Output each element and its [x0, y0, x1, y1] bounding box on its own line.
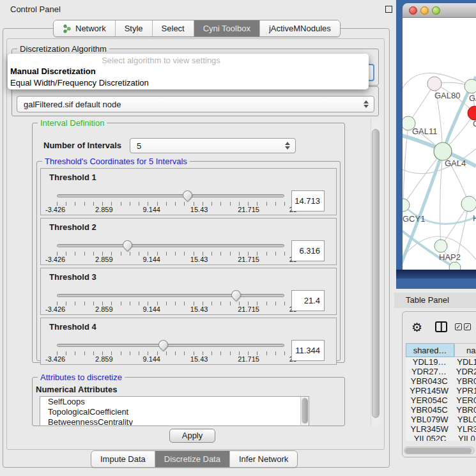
tab-discretize-data[interactable]: Discretize Data [155, 451, 229, 467]
num-intervals-combobox[interactable]: 5 [130, 138, 296, 153]
slider-handle[interactable] [181, 188, 194, 202]
list-item[interactable]: BetweennessCentrality [40, 417, 309, 426]
table-data-value: galFiltered.sif default node [24, 100, 121, 109]
threshold-4-slider[interactable] [57, 344, 284, 347]
list-item[interactable]: TopologicalCoefficient [40, 407, 309, 417]
node-label-partial: H [473, 213, 476, 223]
tab-impute-data[interactable]: Impute Data [91, 451, 155, 467]
node-bottom-partial[interactable] [449, 262, 461, 270]
column-header-name[interactable]: na [454, 343, 476, 357]
threshold-3-value-field[interactable]: 21.4 [291, 290, 325, 311]
node-hap2[interactable] [434, 240, 447, 252]
combo-arrows-icon [285, 142, 290, 150]
threshold-2-slider[interactable] [57, 244, 284, 247]
slider-tick-labels: -3.4262.8599.14415.4321.71528 [45, 355, 297, 363]
node-gal4[interactable] [434, 142, 452, 160]
threshold-2-label: Threshold 2 [49, 222, 96, 232]
slider-handle[interactable] [121, 238, 134, 252]
minimize-traffic-light-icon[interactable] [420, 6, 429, 15]
table-data-combobox[interactable]: galFiltered.sif default node [17, 96, 374, 112]
close-traffic-light-icon[interactable] [409, 6, 417, 15]
dropdown-option-equal-width[interactable]: Equal Width/Frequency Discretization [8, 77, 369, 89]
apply-button[interactable]: Apply [169, 429, 215, 443]
dropdown-placeholder-item[interactable]: Select algorithm to view settings [8, 55, 314, 66]
node-selected-red[interactable] [468, 106, 476, 120]
table-row[interactable]: YDR27…YDR2 [406, 367, 476, 376]
network-window-titlebar[interactable] [403, 3, 476, 18]
threshold-1-panel: Threshold 1 -3.4262.8599.14415.4321.7152… [40, 168, 337, 215]
table-hscrollbar-thumb[interactable] [405, 448, 472, 454]
network-window-shadow [396, 270, 476, 279]
tab-cyni-toolbox[interactable]: Cyni Toolbox [194, 20, 259, 36]
algorithm-dropdown-popup: Select algorithm to view settings Manual… [8, 54, 369, 89]
dropdown-option-manual[interactable]: Manual Discretization [8, 66, 369, 77]
numerical-attributes-list[interactable]: SelfLoops TopologicalCoefficient Between… [40, 396, 309, 426]
network-canvas[interactable]: GAL80 GA C GAL11 GAL4 GCY1 H HAP2 [403, 18, 476, 270]
slider-handle[interactable] [229, 288, 243, 302]
panel-scrollbar-thumb[interactable] [372, 129, 380, 418]
table-row[interactable]: YBR045CYBR0 [406, 405, 476, 415]
num-intervals-label: Number of Intervals [43, 141, 121, 150]
threshold-4-value-field[interactable]: 11.344 [291, 340, 325, 361]
network-icon [63, 24, 72, 33]
tab-style[interactable]: Style [115, 20, 152, 36]
network-view-window[interactable]: GAL80 GA C GAL11 GAL4 GCY1 H HAP2 [403, 3, 476, 270]
node-label-gal11: GAL11 [412, 127, 438, 136]
column-checkbox-icons[interactable]: ✓ ✓ [455, 323, 471, 330]
threshold-2-panel: Threshold 2 -3.4262.8599.14415.4321.7152… [40, 218, 337, 265]
num-intervals-value: 5 [137, 141, 141, 151]
interval-definition-label: Interval Definition [38, 118, 107, 128]
float-window-icon[interactable] [385, 6, 392, 13]
list-item[interactable]: SelfLoops [40, 397, 309, 407]
slider-handle[interactable] [157, 338, 170, 351]
network-graph: GAL80 GA C GAL11 GAL4 GCY1 H HAP2 [403, 18, 476, 270]
node-label-gcy1: GCY1 [403, 214, 425, 224]
table-row[interactable]: YDL19…YDL1 [406, 357, 476, 367]
table-row[interactable]: YBR043CYBR0 [406, 376, 476, 386]
threshold-3-label: Threshold 3 [49, 272, 96, 282]
tab-network[interactable]: Network [54, 20, 115, 36]
tab-jactivemnodules[interactable]: jActiveMNodules [259, 20, 340, 36]
checkbox-checked-icon[interactable]: ✓ [455, 323, 462, 330]
algorithm-group-label: Discretization Algorithm [17, 44, 109, 54]
attributes-group-label: Attributes to discretize [38, 372, 125, 382]
gear-icon[interactable]: ⚙ [411, 320, 422, 335]
table-row[interactable]: YLR345WYLR3 [406, 424, 476, 434]
node-gal80[interactable] [427, 77, 441, 91]
threshold-3-slider[interactable] [57, 294, 284, 297]
node-partial-top-right[interactable] [464, 79, 476, 93]
threshold-4-label: Threshold 4 [49, 322, 96, 332]
threshold-1-slider[interactable] [57, 194, 284, 197]
zoom-traffic-light-icon[interactable] [432, 6, 440, 15]
threshold-3-panel: Threshold 3 -3.4262.8599.14415.4321.7152… [40, 268, 337, 315]
threshold-coords-label: Threshold's Coordinates for 5 Intervals [42, 157, 190, 166]
node-partial-right[interactable] [461, 196, 476, 211]
cyni-bottom-tabbar: Impute Data Discretize Data Infer Networ… [91, 450, 298, 468]
table-row[interactable]: YBL079WYBL0 [406, 415, 476, 424]
slider-tick-labels: -3.4262.8599.14415.4321.71528 [45, 206, 297, 213]
table-row[interactable]: YPR145WYPR1 [406, 386, 476, 395]
table-row[interactable]: YIL052CYIL0 [406, 434, 476, 441]
numerical-attributes-label: Numerical Attributes [36, 385, 117, 394]
table-row[interactable]: YER054CYER0 [406, 395, 476, 405]
threshold-1-value-field[interactable]: 14.713 [291, 190, 325, 211]
split-columns-icon[interactable] [435, 321, 447, 332]
node-label-partial: GA [469, 93, 476, 103]
column-header-shared-name[interactable]: shared… [406, 343, 454, 357]
table-body[interactable]: YDL19…YDL1 YDR27…YDR2 YBR043CYBR0 YPR145… [406, 357, 476, 441]
table-header-row: shared… na [406, 343, 476, 357]
list-scrollbar[interactable] [300, 397, 309, 426]
node-label-hap2: HAP2 [439, 252, 461, 262]
slider-tick-labels: -3.4262.8599.14415.4321.71528 [45, 305, 297, 313]
tab-infer-network[interactable]: Infer Network [229, 451, 297, 467]
tab-select[interactable]: Select [152, 20, 194, 36]
node-label-gal4: GAL4 [445, 158, 466, 168]
slider-tick-labels: -3.4262.8599.14415.4321.71528 [45, 256, 297, 263]
node-label-gal80: GAL80 [434, 91, 460, 100]
checkbox-checked-icon[interactable]: ✓ [464, 323, 471, 330]
threshold-4-panel: Threshold 4 -3.4262.8599.14415.4321.7152… [40, 318, 337, 365]
panel-title: Control Panel [10, 4, 61, 14]
threshold-1-label: Threshold 1 [49, 173, 96, 182]
threshold-2-value-field[interactable]: 6.316 [291, 240, 325, 261]
combo-arrows-icon [364, 100, 369, 108]
